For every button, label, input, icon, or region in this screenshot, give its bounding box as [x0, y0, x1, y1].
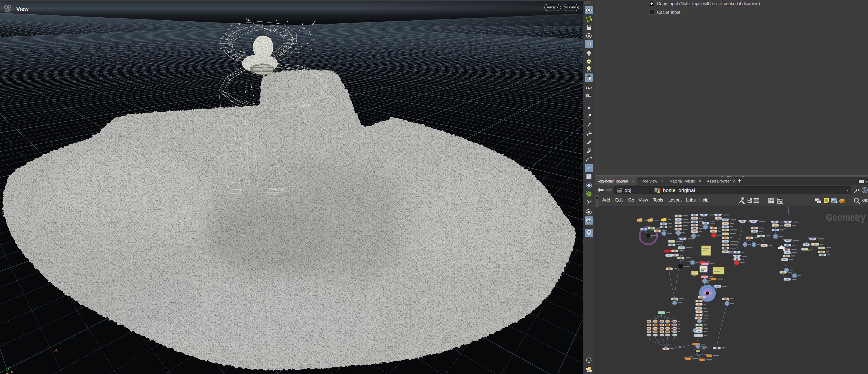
- svg-text:x: x: [11, 369, 13, 374]
- svg-text:y: y: [8, 366, 10, 370]
- svg-text:12: 12: [588, 147, 591, 151]
- svg-text:12: 12: [588, 131, 592, 134]
- svg-text:Geometry: Geometry: [826, 212, 866, 223]
- svg-text:i: i: [588, 358, 589, 362]
